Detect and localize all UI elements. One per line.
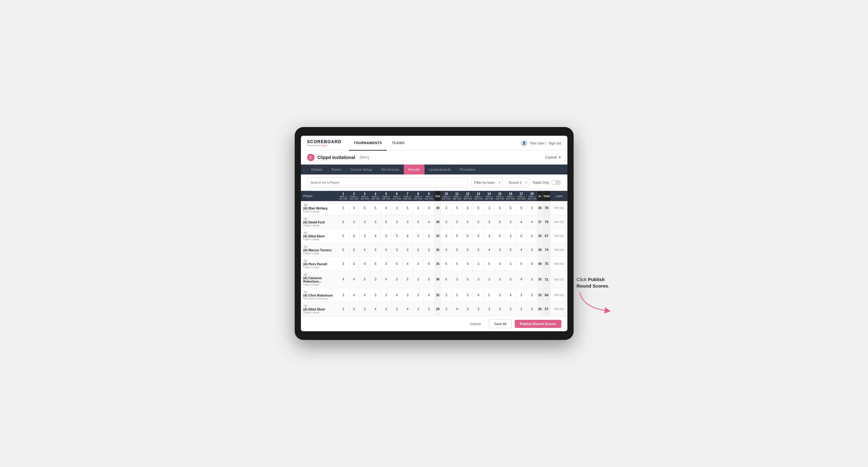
score-hole-16[interactable]: 3 [505,257,516,271]
wd-label[interactable]: WD [554,278,559,281]
score-hole-2[interactable]: 4 [349,271,360,288]
score-hole-3[interactable]: 5 [360,201,370,215]
score-hole-5[interactable]: 4 [381,243,392,257]
score-hole-12[interactable]: 5 [462,229,473,243]
score-hole-12[interactable]: 4 [462,257,473,271]
score-hole-18[interactable]: 3 [527,271,537,288]
score-hole-7[interactable]: 3 [402,243,413,257]
score-hole-4[interactable]: 3 [370,215,381,229]
score-hole-17[interactable]: 6 [516,229,527,243]
score-hole-11[interactable]: 5 [452,243,463,257]
score-hole-17[interactable]: 3 [516,288,527,302]
tab-leaderboards[interactable]: Leaderboards [425,164,456,175]
score-hole-15[interactable]: 3 [495,302,505,316]
score-hole-2[interactable]: 3 [349,302,360,316]
score-hole-8[interactable]: 6 [413,201,424,215]
score-hole-3[interactable]: 4 [360,257,370,271]
dq-label[interactable]: DQ [560,220,564,223]
score-hole-13[interactable]: 5 [473,243,484,257]
score-hole-8[interactable]: 3 [413,229,424,243]
score-hole-12[interactable]: 3 [462,288,473,302]
score-hole-16[interactable]: 3 [505,302,516,316]
score-hole-14[interactable]: 3 [484,215,495,229]
score-hole-12[interactable]: 5 [462,215,473,229]
score-hole-9[interactable]: 3 [424,302,434,316]
score-hole-2[interactable]: 3 [349,215,360,229]
score-hole-18[interactable]: 3 [527,201,537,215]
score-hole-12[interactable]: 5 [462,271,473,288]
score-hole-8[interactable]: 3 [413,257,424,271]
score-hole-15[interactable]: 3 [495,288,505,302]
score-hole-15[interactable]: 5 [495,229,505,243]
score-hole-5[interactable]: 5 [381,215,392,229]
score-hole-12[interactable]: 6 [462,201,473,215]
score-hole-14[interactable]: 5 [484,257,495,271]
tab-tee-groups[interactable]: Tee Groups [376,164,404,175]
save-all-button[interactable]: Save All [489,319,512,328]
score-hole-6[interactable]: 3 [392,215,402,229]
score-hole-16[interactable]: 5 [505,243,516,257]
score-hole-17[interactable]: 4 [516,271,527,288]
score-hole-7[interactable]: 3 [402,288,413,302]
score-hole-1[interactable]: 3 [338,201,349,215]
score-hole-3[interactable]: 4 [360,243,370,257]
score-hole-10[interactable]: 3 [441,288,452,302]
score-hole-1[interactable]: 3 [338,302,349,316]
dq-label[interactable]: DQ [560,278,564,281]
score-hole-3[interactable]: 3 [360,215,370,229]
score-hole-2[interactable]: 3 [349,257,360,271]
score-hole-18[interactable]: 5 [527,229,537,243]
score-hole-9[interactable]: 4 [424,215,434,229]
score-hole-16[interactable]: 3 [505,215,516,229]
score-hole-15[interactable]: 4 [495,257,505,271]
wd-label[interactable]: WD [554,207,559,210]
score-hole-14[interactable]: 3 [484,271,495,288]
score-hole-1[interactable]: 3 [338,257,349,271]
score-hole-4[interactable]: 5 [370,201,381,215]
score-hole-11[interactable]: 4 [452,302,463,316]
score-hole-11[interactable]: 5 [452,288,463,302]
score-hole-8[interactable]: 3 [413,302,424,316]
score-hole-6[interactable]: 4 [392,288,402,302]
filter-team-select[interactable]: Filter by team [471,178,503,187]
score-hole-7[interactable]: 5 [402,271,413,288]
score-hole-4[interactable]: 4 [370,229,381,243]
tournament-cancel-button[interactable]: Cancel ✕ [545,155,561,160]
score-hole-17[interactable]: 4 [516,243,527,257]
wd-label[interactable]: WD [554,293,559,297]
round-select[interactable]: Round 3 [506,178,529,187]
score-hole-1[interactable]: 5 [338,243,349,257]
score-hole-13[interactable]: 3 [473,271,484,288]
dq-label[interactable]: DQ [560,307,564,311]
score-hole-13[interactable]: 4 [473,288,484,302]
score-hole-11[interactable]: 5 [452,201,463,215]
score-hole-2[interactable]: 3 [349,243,360,257]
wd-label[interactable]: WD [554,248,559,251]
score-hole-2[interactable]: 3 [349,229,360,243]
score-hole-5[interactable]: 4 [381,201,392,215]
score-hole-9[interactable]: 5 [424,257,434,271]
score-hole-2[interactable]: 4 [349,288,360,302]
score-hole-12[interactable]: 3 [462,302,473,316]
score-hole-15[interactable]: 5 [495,201,505,215]
cancel-button[interactable]: Cancel [465,320,486,328]
score-hole-7[interactable]: 3 [402,215,413,229]
tab-details[interactable]: Details [307,164,327,175]
score-hole-3[interactable]: 3 [360,302,370,316]
score-hole-15[interactable]: 3 [495,271,505,288]
tab-teams[interactable]: Teams [327,164,346,175]
score-hole-16[interactable]: 5 [505,271,516,288]
score-hole-13[interactable]: 5 [473,215,484,229]
score-hole-5[interactable]: 4 [381,271,392,288]
score-hole-10[interactable]: 6 [441,271,452,288]
score-hole-14[interactable]: 3 [484,229,495,243]
score-hole-6[interactable]: 3 [392,243,402,257]
score-hole-16[interactable]: 4 [505,288,516,302]
score-hole-5[interactable]: 3 [381,302,392,316]
score-hole-9[interactable]: 3 [424,201,434,215]
score-hole-18[interactable]: 4 [527,215,537,229]
score-hole-17[interactable]: 5 [516,201,527,215]
score-hole-9[interactable]: 3 [424,243,434,257]
score-hole-14[interactable]: 3 [484,302,495,316]
score-hole-5[interactable]: 3 [381,229,392,243]
